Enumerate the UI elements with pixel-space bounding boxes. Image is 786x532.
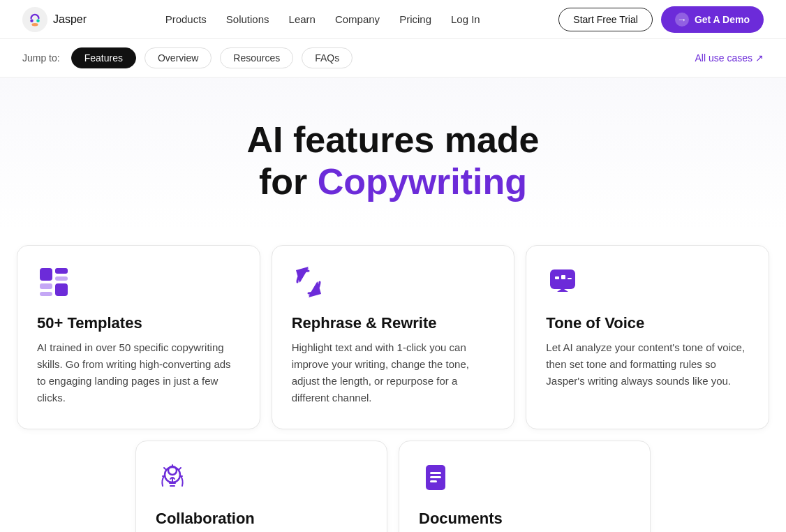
external-link-icon: ↗	[755, 52, 764, 64]
templates-desc: AI trained in over 50 specific copywriti…	[37, 339, 240, 406]
jump-features[interactable]: Features	[71, 47, 136, 68]
svg-rect-8	[40, 292, 52, 296]
rephrase-desc: Highlight text and with 1-click you can …	[292, 339, 495, 406]
nav-company[interactable]: Company	[335, 13, 380, 25]
features-cards: 50+ Templates AI trained in over 50 spec…	[0, 231, 786, 532]
rephrase-title: Rephrase & Rewrite	[292, 314, 495, 332]
svg-rect-19	[430, 472, 441, 474]
nav-login[interactable]: Log In	[451, 13, 480, 25]
rephrase-icon	[292, 265, 495, 302]
templates-card: 50+ Templates AI trained in over 50 spec…	[17, 245, 260, 429]
cards-row-2: Collaboration Share documents between yo…	[17, 441, 769, 532]
svg-rect-14	[561, 275, 565, 279]
tone-title: Tone of Voice	[546, 314, 749, 332]
tone-card: Tone of Voice Let AI analyze your conten…	[526, 245, 769, 429]
svg-rect-5	[55, 268, 68, 274]
get-a-demo-button[interactable]: → Get A Demo	[661, 6, 764, 33]
cards-row-1: 50+ Templates AI trained in over 50 spec…	[17, 245, 769, 429]
documents-title: Documents	[419, 510, 630, 528]
svg-rect-7	[40, 283, 52, 289]
nav-solutions[interactable]: Solutions	[226, 13, 269, 25]
jump-resources[interactable]: Resources	[220, 47, 293, 68]
collaboration-title: Collaboration	[156, 510, 367, 528]
hero-headline: AI features made for Copywriting	[22, 119, 764, 203]
svg-point-3	[32, 22, 38, 26]
collaboration-card: Collaboration Share documents between yo…	[135, 441, 387, 532]
templates-icon	[37, 265, 240, 302]
hero-section: AI features made for Copywriting	[0, 77, 786, 231]
start-free-trial-button[interactable]: Start Free Trial	[558, 8, 653, 31]
jump-bar: Jump to: Features Overview Resources FAQ…	[0, 39, 786, 77]
documents-icon	[419, 461, 630, 497]
svg-rect-6	[55, 276, 68, 281]
logo[interactable]: Jasper	[22, 7, 87, 32]
navigation: Jasper Products Solutions Learn Company …	[0, 0, 786, 39]
tone-icon	[546, 265, 749, 302]
templates-title: 50+ Templates	[37, 314, 240, 332]
documents-card: Documents Write, edit, and format all of…	[399, 441, 651, 532]
logo-icon	[22, 7, 47, 32]
rephrase-card: Rephrase & Rewrite Highlight text and wi…	[272, 245, 515, 429]
nav-products[interactable]: Products	[165, 13, 207, 25]
nav-links: Products Solutions Learn Company Pricing…	[165, 13, 480, 26]
svg-point-1	[30, 19, 34, 22]
svg-point-0	[22, 7, 47, 32]
jump-overview[interactable]: Overview	[144, 47, 212, 68]
logo-text: Jasper	[53, 13, 87, 26]
all-use-cases-link[interactable]: All use cases ↗	[695, 52, 764, 64]
jump-faqs[interactable]: FAQs	[302, 47, 353, 68]
nav-pricing[interactable]: Pricing	[399, 13, 431, 25]
jump-to-label: Jump to:	[22, 52, 60, 64]
nav-actions: Start Free Trial → Get A Demo	[558, 6, 764, 33]
nav-learn[interactable]: Learn	[289, 13, 316, 25]
collaboration-icon	[156, 461, 367, 497]
svg-rect-21	[430, 480, 437, 482]
svg-rect-20	[430, 476, 441, 478]
svg-rect-4	[40, 268, 52, 281]
tone-desc: Let AI analyze your content's tone of vo…	[546, 339, 749, 390]
svg-rect-13	[555, 276, 559, 279]
svg-point-2	[36, 19, 40, 22]
svg-rect-15	[568, 278, 572, 279]
svg-rect-9	[55, 283, 68, 296]
arrow-right-icon: →	[675, 13, 689, 27]
